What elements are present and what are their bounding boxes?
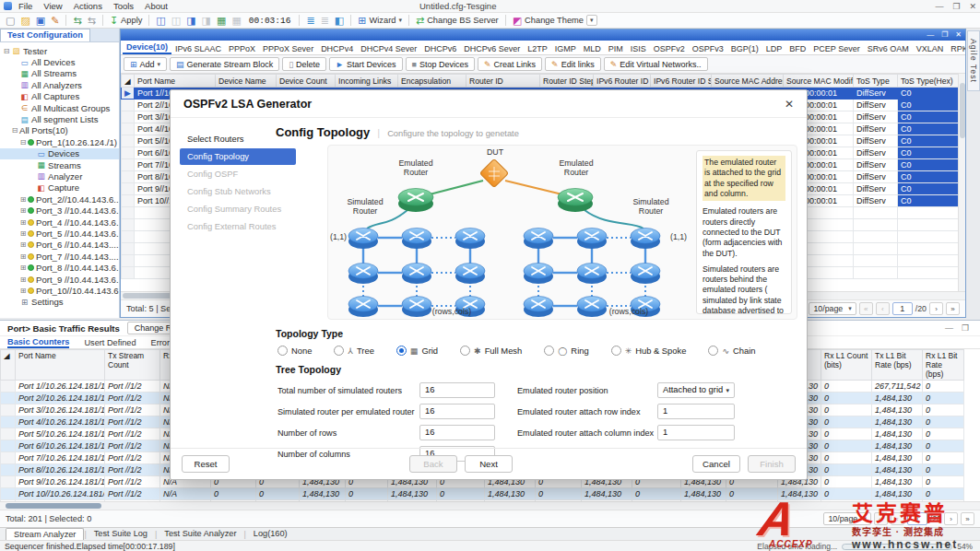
panel-maximize-icon[interactable]: ❐ xyxy=(941,30,948,40)
col-source-mac-address[interactable]: Source MAC Address xyxy=(712,75,784,88)
tree-item-all-segment-lists[interactable]: ▤All segment Lists xyxy=(0,113,119,124)
col-rx-l1-count-bits[interactable]: Rx L1 Count (bits) xyxy=(821,350,872,381)
radio-hub-spoke[interactable]: ✳Hub & Spoke xyxy=(611,346,687,356)
apply-button[interactable]: ↧Apply xyxy=(108,14,144,28)
panel-minimize-icon[interactable]: — xyxy=(927,30,934,40)
device-table-vscrollbar[interactable] xyxy=(958,74,965,291)
tree-item-analyzer[interactable]: ▥Analyzer xyxy=(0,170,119,182)
connect-icon[interactable]: ⇆ xyxy=(71,14,83,28)
tab-device-10[interactable]: Device(10) xyxy=(123,41,171,54)
tree-item-all-devices[interactable]: ▭All Devices xyxy=(0,56,119,67)
next-button[interactable]: Next xyxy=(465,455,513,473)
page-number-input[interactable]: 1 xyxy=(892,302,913,315)
tree-item-port-2-10-44-143-6[interactable]: ⊞Port_2//10.44.143.6... xyxy=(0,193,119,205)
col-tos-type-hex[interactable]: ToS Type(Hex) xyxy=(898,75,959,88)
expand-icon[interactable]: ⊞ xyxy=(18,252,28,261)
table-row[interactable]: Port 10//10.26.124.181/1/10Port //1/2N/A… xyxy=(1,488,964,500)
delete-button[interactable]: ▯Delete xyxy=(282,57,326,71)
radio-full-mesh[interactable]: ✱Full Mesh xyxy=(460,346,522,356)
save-config-icon[interactable]: ◨ xyxy=(184,14,197,28)
reserve-port-icon[interactable]: ◫ xyxy=(154,14,167,28)
col-tx-l1-bit-rate-bps[interactable]: Tx L1 Bit Rate (bps) xyxy=(872,350,923,381)
back-button[interactable]: Back xyxy=(409,455,457,473)
expand-icon[interactable]: ⊞ xyxy=(18,264,28,272)
chevron-down-icon[interactable]: ▾ xyxy=(586,15,597,26)
expand-icon[interactable]: ⊞ xyxy=(18,240,28,249)
tree-item-all-ports-10[interactable]: ⊟All Ports(10) xyxy=(0,125,119,136)
close-icon[interactable]: ✕ xyxy=(969,2,976,11)
prev-page-button[interactable]: ‹ xyxy=(876,302,890,315)
tree-item-port-1-10-26-124-1[interactable]: ⊟Port_1(10.26.124./1) xyxy=(0,136,119,147)
finish-button[interactable]: Finish xyxy=(748,455,796,473)
disconnect-icon[interactable]: ⇆ xyxy=(86,14,98,28)
input-simulated-router-per-emulated-router[interactable]: 16 xyxy=(419,404,495,419)
col-ipv6-router-id[interactable]: IPv6 Router ID xyxy=(594,75,651,88)
col-source-mac-modifier[interactable]: Source MAC Modifier xyxy=(784,75,854,88)
tab-test-suite-analyzer[interactable]: Test Suite Analyzer xyxy=(157,528,243,540)
tree-item-devices[interactable]: ▭Devices xyxy=(0,148,119,159)
tab-pim[interactable]: PIM xyxy=(605,42,627,54)
tab-log-160[interactable]: Log(160) xyxy=(246,528,295,540)
col-port-name[interactable]: Port Name xyxy=(16,350,105,381)
new-file-icon[interactable]: ▢ xyxy=(4,14,17,28)
expand-icon[interactable]: ⊞ xyxy=(18,195,28,204)
tree-item-capture[interactable]: ◧Capture xyxy=(0,182,119,193)
expand-icon[interactable]: ⊞ xyxy=(18,218,28,227)
panel-close-icon[interactable]: ✕ xyxy=(955,30,962,40)
col-tos-type[interactable]: ToS Type xyxy=(854,75,898,88)
input-emulated-router-attach-row-index[interactable]: 1 xyxy=(657,404,735,419)
tab-rpki-sever[interactable]: RPKI Sever xyxy=(947,42,965,54)
stop-traffic-icon[interactable]: ▦ xyxy=(230,14,242,28)
expand-icon[interactable]: ⊞ xyxy=(18,229,28,238)
tree-item-port-10-10-44-143-6[interactable]: ⊞Port_10//10.44.143.6... xyxy=(0,285,119,296)
release-port-icon[interactable]: ◫ xyxy=(170,14,183,28)
col-incoming-links[interactable]: Incoming Links xyxy=(336,75,398,88)
dialog-close-icon[interactable]: ✕ xyxy=(785,98,794,111)
input-number-of-rows[interactable]: 16 xyxy=(419,425,495,440)
tree-item-all-captures[interactable]: ◧All Captures xyxy=(0,91,119,102)
clear-config-icon[interactable]: ◨ xyxy=(200,14,213,28)
tab-usert-defined[interactable]: Usert Defined xyxy=(84,338,136,347)
start-traffic-icon[interactable]: ▦ xyxy=(215,14,228,28)
last-page-button[interactable]: » xyxy=(946,302,960,315)
radio-tree[interactable]: ⅄Tree xyxy=(334,346,373,356)
change-bs-server-button[interactable]: ⇄Change BS Server xyxy=(414,14,501,28)
tree-item-settings[interactable]: ⊞Settings xyxy=(0,297,119,308)
tab-dhcpv6-sever[interactable]: DHCPv6 Sever xyxy=(460,42,524,54)
col-port-name[interactable]: Port Name xyxy=(135,75,216,88)
tab-dhcpv4-sever[interactable]: DHCPv4 Sever xyxy=(357,42,420,54)
wizard-button[interactable]: ⊞Wizard▾ xyxy=(356,14,404,28)
page-size-select[interactable]: 10/page▾ xyxy=(809,302,856,315)
tab-dhcpv6[interactable]: DHCPv6 xyxy=(420,42,460,54)
tab-mld[interactable]: MLD xyxy=(580,42,605,54)
tree-item-port-8-10-44-143-6[interactable]: ⊞Port_8 //10.44.143.6... xyxy=(0,262,119,273)
tab-agile-test[interactable]: Agile Test xyxy=(967,30,980,91)
edit-virtual-networks-button[interactable]: ✎Edit Virtual Networks.. xyxy=(604,57,708,71)
tab-pppox[interactable]: PPPoX xyxy=(225,42,259,54)
save-edit-icon[interactable]: ✎ xyxy=(49,14,61,28)
tab-isis[interactable]: ISIS xyxy=(627,42,650,54)
col-encapsulation[interactable]: Encapsulation xyxy=(398,75,466,88)
expand-icon[interactable]: ⊞ xyxy=(18,287,28,295)
tab-ldp[interactable]: LDP xyxy=(762,42,786,54)
expand-icon[interactable]: ⊞ xyxy=(18,276,28,284)
collapse-icon[interactable]: ⊟ xyxy=(18,138,28,147)
menu-about[interactable]: About xyxy=(145,1,168,11)
stop-devices-button[interactable]: ■Stop Devices xyxy=(406,57,475,71)
generate-stream-block-button[interactable]: ▤Generate Stream Block xyxy=(170,57,279,71)
tab-pcep-sever[interactable]: PCEP Sever xyxy=(809,42,863,54)
col-device-count[interactable]: Device Count xyxy=(277,75,336,88)
start-devices-button[interactable]: ►Start Devices xyxy=(329,57,402,71)
tree-item-streams[interactable]: ▦Streams xyxy=(0,159,119,170)
tree-item-port-6-10-44-143[interactable]: ⊞Port_6 //10.44.143.... xyxy=(0,240,119,251)
input-total-number-of-simulated-routers[interactable]: 16 xyxy=(419,382,495,398)
results-maximize-icon[interactable]: ❐ xyxy=(962,323,969,333)
col-rx-l1-bit-rate-bps[interactable]: Rx L1 Bit Rate (bps) xyxy=(923,350,964,381)
menu-tools[interactable]: Tools xyxy=(113,1,134,11)
radio-grid[interactable]: ▦Grid xyxy=(396,346,438,356)
expand-icon[interactable]: ⊞ xyxy=(18,206,28,215)
tab-vxlan[interactable]: VXLAN xyxy=(913,42,948,54)
tree-item-port-3-10-44-143-6[interactable]: ⊞Port_3 //10.44.143.6... xyxy=(0,205,119,216)
radio-ring[interactable]: ◯Ring xyxy=(544,346,588,356)
tree-item-port-9-10-44-143-6[interactable]: ⊞Port_9 //10.44.143.6... xyxy=(0,274,119,285)
